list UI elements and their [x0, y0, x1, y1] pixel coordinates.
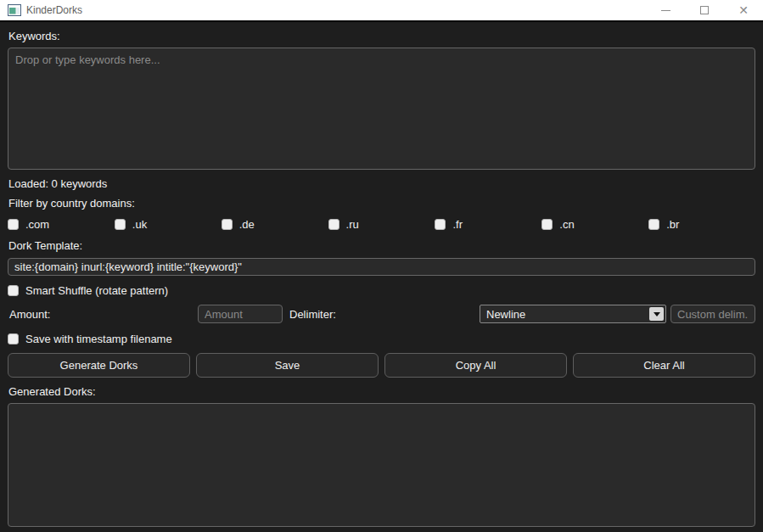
save-button[interactable]: Save: [196, 353, 379, 378]
app-window: KinderDorks ✕ Keywords: Loaded: 0 keywor…: [0, 0, 763, 532]
maximize-icon: [700, 6, 709, 14]
delimiter-select[interactable]: Newline: [480, 305, 666, 323]
checkbox-icon: [541, 219, 553, 230]
generated-dorks-label: Generated Dorks:: [8, 384, 755, 399]
maximize-button[interactable]: [685, 0, 724, 20]
keywords-label: Keywords:: [8, 29, 755, 43]
timestamp-label: Save with timestamp filename: [25, 333, 172, 345]
checkbox-icon: [8, 219, 19, 230]
checkbox-icon: [8, 333, 19, 344]
checkbox-com[interactable]: .com: [8, 217, 115, 231]
timestamp-checkbox[interactable]: Save with timestamp filename: [8, 332, 755, 345]
checkbox-icon: [115, 219, 126, 230]
close-icon: ✕: [738, 4, 749, 16]
checkbox-cn[interactable]: .cn: [541, 217, 648, 231]
minimize-icon: [661, 10, 670, 11]
checkbox-uk[interactable]: .uk: [115, 217, 222, 231]
minimize-button[interactable]: [646, 0, 685, 20]
app-icon: [8, 3, 21, 17]
amount-input[interactable]: [198, 305, 283, 323]
checkbox-icon: [648, 219, 659, 230]
checkbox-label: .com: [25, 218, 49, 231]
main-content: Keywords: Loaded: 0 keywords Filter by c…: [0, 22, 763, 532]
titlebar: KinderDorks ✕: [0, 0, 763, 22]
delimiter-selected-value: Newline: [486, 308, 649, 321]
dork-template-input[interactable]: [8, 258, 755, 276]
checkbox-label: .uk: [132, 218, 147, 231]
domain-checkbox-row: .com .uk .de .ru .fr .cn: [8, 217, 755, 231]
window-controls: ✕: [646, 0, 763, 20]
action-buttons-row: Generate Dorks Save Copy All Clear All: [8, 353, 755, 378]
checkbox-label: .br: [666, 218, 679, 231]
checkbox-icon: [435, 219, 446, 230]
checkbox-ru[interactable]: .ru: [328, 217, 435, 231]
checkbox-de[interactable]: .de: [222, 217, 328, 231]
amount-delimiter-row: Amount: Delimiter: Newline: [8, 305, 755, 324]
loaded-status: Loaded: 0 keywords: [8, 176, 755, 191]
delimiter-label: Delimiter:: [289, 307, 336, 322]
keywords-textarea[interactable]: [8, 48, 755, 170]
checkbox-icon: [328, 219, 339, 230]
checkbox-br[interactable]: .br: [648, 217, 755, 231]
filter-domains-label: Filter by country domains:: [8, 196, 755, 210]
checkbox-label: .fr: [452, 218, 463, 231]
checkbox-label: .cn: [559, 218, 574, 231]
copy-all-button[interactable]: Copy All: [384, 353, 567, 378]
smart-shuffle-label: Smart Shuffle (rotate pattern): [25, 284, 168, 297]
clear-all-button[interactable]: Clear All: [573, 353, 755, 378]
generated-dorks-textarea[interactable]: [8, 403, 755, 527]
dork-template-label: Dork Template:: [8, 238, 755, 253]
dropdown-arrow-icon: [649, 307, 664, 321]
close-button[interactable]: ✕: [724, 0, 763, 20]
checkbox-icon: [222, 219, 233, 230]
amount-label: Amount:: [9, 307, 50, 322]
window-title: KinderDorks: [26, 4, 82, 16]
checkbox-label: .de: [239, 218, 255, 231]
custom-delimiter-input[interactable]: [670, 305, 755, 323]
smart-shuffle-checkbox[interactable]: Smart Shuffle (rotate pattern): [8, 283, 755, 297]
checkbox-fr[interactable]: .fr: [435, 217, 541, 231]
checkbox-label: .ru: [346, 218, 359, 231]
checkbox-icon: [8, 285, 19, 296]
generate-dorks-button[interactable]: Generate Dorks: [8, 353, 190, 378]
